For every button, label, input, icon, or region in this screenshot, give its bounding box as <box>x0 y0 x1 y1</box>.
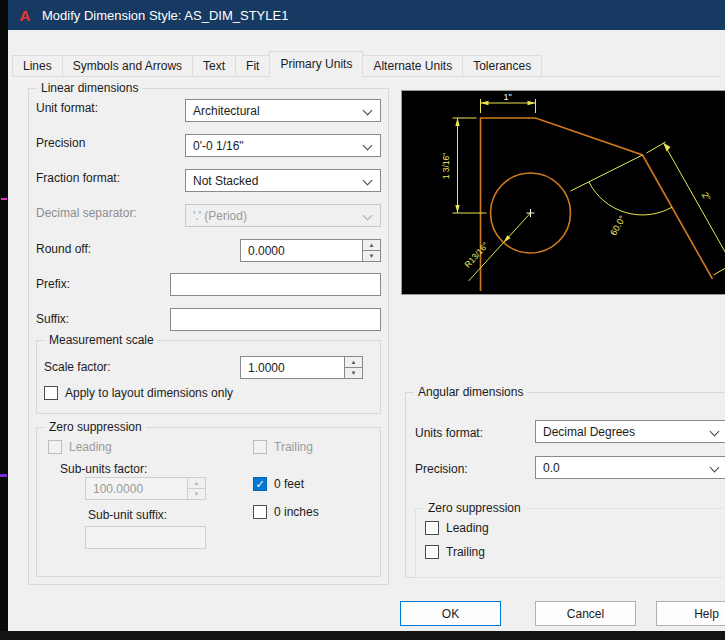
scale-factor-value: 1.0000 <box>241 357 344 378</box>
angular-leading-label: Leading <box>446 521 489 535</box>
precision-combo[interactable]: 0'-0 1/16" <box>185 134 381 157</box>
scale-factor-label: Scale factor: <box>44 360 111 374</box>
measurement-scale-group-label: Measurement scale <box>45 333 158 347</box>
tab-tolerances[interactable]: Tolerances <box>462 55 542 76</box>
style-preview-image: 1" 1 3/16" 2" <box>402 91 725 294</box>
precision-label: Precision <box>36 136 85 150</box>
angular-leading-checkbox[interactable]: Leading <box>425 521 489 535</box>
preview-left-dimension <box>453 118 487 213</box>
tab-text[interactable]: Text <box>192 55 236 76</box>
dimension-arrow-icon <box>455 205 459 213</box>
fraction-format-value: Not Stacked <box>193 174 258 188</box>
checkbox-icon <box>425 521 439 535</box>
canvas-artifact <box>1 198 7 200</box>
cancel-button[interactable]: Cancel <box>535 601 636 626</box>
prefix-input[interactable] <box>170 273 381 296</box>
round-off-label: Round off: <box>36 242 91 256</box>
preview-right-dimension <box>647 142 725 275</box>
sub-units-factor-value: 100.0000 <box>86 478 187 499</box>
checkbox-icon <box>48 440 62 454</box>
tab-lines[interactable]: Lines <box>12 55 63 76</box>
chevron-down-icon <box>363 141 373 151</box>
spin-up-button[interactable] <box>363 240 380 251</box>
zero-feet-label: 0 feet <box>274 477 304 491</box>
spin-down-button[interactable] <box>345 368 362 378</box>
canvas-artifact <box>0 474 7 477</box>
fraction-format-label: Fraction format: <box>36 171 120 185</box>
checkbox-icon <box>253 440 267 454</box>
dialog-titlebar[interactable]: A Modify Dimension Style: AS_DIM_STYLE1 <box>8 0 725 30</box>
zero-inches-label: 0 inches <box>274 505 319 519</box>
round-off-spinner[interactable]: 0.0000 <box>240 239 381 262</box>
round-off-value: 0.0000 <box>241 240 362 261</box>
checkbox-icon <box>44 386 58 400</box>
sub-unit-suffix-input <box>85 526 206 549</box>
tab-strip: Lines Symbols and Arrows Text Fit Primar… <box>12 51 721 77</box>
leading-label: Leading <box>69 440 112 454</box>
linear-dimensions-group-label: Linear dimensions <box>37 81 142 95</box>
angular-units-format-label: Units format: <box>415 426 483 440</box>
zero-inches-checkbox[interactable]: 0 inches <box>253 505 319 519</box>
dim-angle-text: 60.0° <box>608 214 627 238</box>
angular-precision-value: 0.0 <box>543 461 560 475</box>
unit-format-combo[interactable]: Architectural <box>185 99 381 122</box>
apply-layout-checkbox[interactable]: Apply to layout dimensions only <box>44 386 233 400</box>
chevron-down-icon <box>363 106 373 116</box>
spin-up-button <box>188 478 205 489</box>
sub-unit-suffix-label: Sub-unit suffix: <box>88 508 167 522</box>
precision-value: 0'-0 1/16" <box>193 139 244 153</box>
dialog-title: Modify Dimension Style: AS_DIM_STYLE1 <box>42 8 288 23</box>
autocad-screen: A Modify Dimension Style: AS_DIM_STYLE1 … <box>0 0 725 640</box>
leading-checkbox: Leading <box>48 440 112 454</box>
angular-units-format-combo[interactable]: Decimal Degrees <box>535 420 725 443</box>
angular-precision-combo[interactable]: 0.0 <box>535 456 725 479</box>
canvas-background-strip <box>0 631 725 640</box>
angular-precision-label: Precision: <box>415 462 468 476</box>
tab-symbols-and-arrows[interactable]: Symbols and Arrows <box>62 55 193 76</box>
dim-top-text: 1" <box>503 92 511 102</box>
dim-left-text: 1 3/16" <box>441 153 451 180</box>
chevron-down-icon <box>710 463 720 473</box>
checkbox-icon <box>253 505 267 519</box>
sub-units-factor-label: Sub-units factor: <box>60 462 147 476</box>
dimension-arrow-icon <box>528 101 536 105</box>
dim-right-text: 2" <box>700 190 713 202</box>
suffix-label: Suffix: <box>36 312 69 326</box>
angular-dimensions-group-label: Angular dimensions <box>414 385 527 399</box>
tab-alternate-units[interactable]: Alternate Units <box>362 55 463 76</box>
spin-down-button <box>188 489 205 499</box>
apply-layout-label: Apply to layout dimensions only <box>65 386 233 400</box>
angular-trailing-label: Trailing <box>446 545 485 559</box>
prefix-label: Prefix: <box>36 277 70 291</box>
help-button[interactable]: Help <box>656 601 725 626</box>
autocad-logo-icon: A <box>16 6 34 24</box>
decimal-separator-value: '.' (Period) <box>193 209 247 223</box>
tab-fit[interactable]: Fit <box>235 55 270 76</box>
angular-zero-suppression-group: Zero suppression <box>415 508 725 578</box>
dimension-arrow-icon <box>664 143 671 152</box>
checkbox-icon <box>425 545 439 559</box>
dimension-arrow-icon <box>455 118 459 126</box>
chevron-down-icon <box>710 427 720 437</box>
modify-dimension-style-dialog: A Modify Dimension Style: AS_DIM_STYLE1 … <box>8 0 725 631</box>
angular-units-format-value: Decimal Degrees <box>543 425 635 439</box>
tab-primary-units[interactable]: Primary Units <box>269 51 363 77</box>
angular-trailing-checkbox[interactable]: Trailing <box>425 545 485 559</box>
spin-down-button[interactable] <box>363 251 380 261</box>
angle-arc <box>589 182 672 215</box>
angular-zero-suppression-label: Zero suppression <box>424 501 525 515</box>
spin-up-button[interactable] <box>345 357 362 368</box>
angle-ray-line <box>571 155 643 191</box>
zero-suppression-group-label: Zero suppression <box>45 420 146 434</box>
scale-factor-spinner[interactable]: 1.0000 <box>240 356 363 379</box>
dimension-style-preview: 1" 1 3/16" 2" <box>401 90 725 295</box>
zero-feet-checkbox[interactable]: 0 feet <box>253 477 304 491</box>
preview-shape-outline <box>481 118 713 291</box>
canvas-background-strip <box>0 0 8 640</box>
dimension-arrow-icon <box>481 101 489 105</box>
fraction-format-combo[interactable]: Not Stacked <box>185 169 381 192</box>
ok-button[interactable]: OK <box>400 601 501 626</box>
suffix-input[interactable] <box>170 308 381 331</box>
unit-format-value: Architectural <box>193 104 260 118</box>
checkbox-icon <box>253 477 267 491</box>
